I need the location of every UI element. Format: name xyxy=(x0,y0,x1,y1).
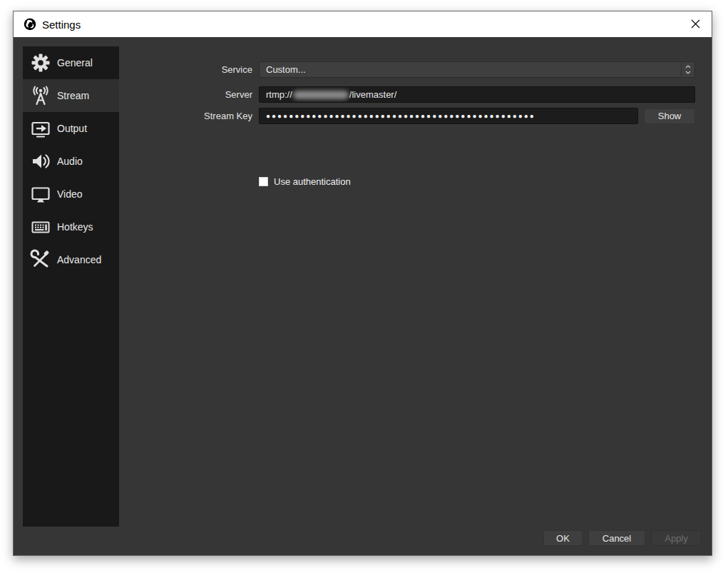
stream-key-label: Stream Key xyxy=(119,111,252,121)
server-value-prefix: rtmp:// xyxy=(266,89,292,100)
ok-button[interactable]: OK xyxy=(543,530,583,546)
server-label: Server xyxy=(119,89,252,100)
chevron-down-icon xyxy=(685,71,691,74)
settings-window: Settings xyxy=(13,11,712,556)
obs-logo-icon xyxy=(24,18,36,31)
sidebar-item-label: Advanced xyxy=(57,254,101,265)
sidebar: General Stream Output xyxy=(23,46,119,527)
monitor-icon xyxy=(29,183,52,206)
stream-settings-form: Service Custom... Server r xyxy=(119,61,695,187)
stream-key-masked-value: ●●●●●●●●●●●●●●●●●●●●●●●●●●●●●●●●●●●●●●●●… xyxy=(266,112,535,120)
use-authentication-checkbox[interactable] xyxy=(259,177,268,186)
server-redacted-blur xyxy=(293,91,349,99)
show-key-button[interactable]: Show xyxy=(644,108,695,124)
dialog-footer: OK Cancel Apply xyxy=(543,530,702,546)
sidebar-item-general[interactable]: General xyxy=(23,46,119,79)
sidebar-item-label: Audio xyxy=(57,156,83,167)
use-authentication-label: Use authentication xyxy=(274,176,351,187)
sidebar-item-label: Hotkeys xyxy=(57,221,93,233)
sidebar-item-video[interactable]: Video xyxy=(23,178,119,211)
sidebar-item-audio[interactable]: Audio xyxy=(23,145,119,178)
chevron-up-icon xyxy=(685,65,691,69)
keyboard-icon xyxy=(29,215,52,238)
stream-key-input[interactable]: ●●●●●●●●●●●●●●●●●●●●●●●●●●●●●●●●●●●●●●●●… xyxy=(259,108,638,124)
sidebar-item-stream[interactable]: Stream xyxy=(23,79,119,112)
speaker-icon xyxy=(29,150,52,173)
sidebar-item-hotkeys[interactable]: Hotkeys xyxy=(23,211,119,243)
service-label: Service xyxy=(119,64,252,75)
sidebar-item-label: Stream xyxy=(57,90,89,101)
server-value-suffix: /livemaster/ xyxy=(349,89,396,100)
antenna-icon xyxy=(29,84,52,107)
tools-icon xyxy=(29,248,52,271)
dropdown-spinner[interactable] xyxy=(681,63,694,76)
close-icon xyxy=(691,19,700,29)
settings-content: General Stream Output xyxy=(14,37,712,555)
output-icon xyxy=(29,117,52,140)
titlebar: Settings xyxy=(14,11,712,37)
cancel-button[interactable]: Cancel xyxy=(588,530,645,546)
sidebar-item-label: General xyxy=(57,57,93,69)
sidebar-item-advanced[interactable]: Advanced xyxy=(23,243,119,276)
service-dropdown[interactable]: Custom... xyxy=(259,61,695,78)
close-button[interactable] xyxy=(679,11,712,36)
sidebar-item-label: Output xyxy=(57,123,87,134)
gear-icon xyxy=(29,51,52,74)
apply-button[interactable]: Apply xyxy=(651,530,702,546)
window-title: Settings xyxy=(42,19,81,31)
service-value: Custom... xyxy=(266,64,306,75)
sidebar-item-label: Video xyxy=(57,188,83,200)
server-input[interactable]: rtmp:///livemaster/ xyxy=(259,86,695,103)
sidebar-item-output[interactable]: Output xyxy=(23,112,119,145)
